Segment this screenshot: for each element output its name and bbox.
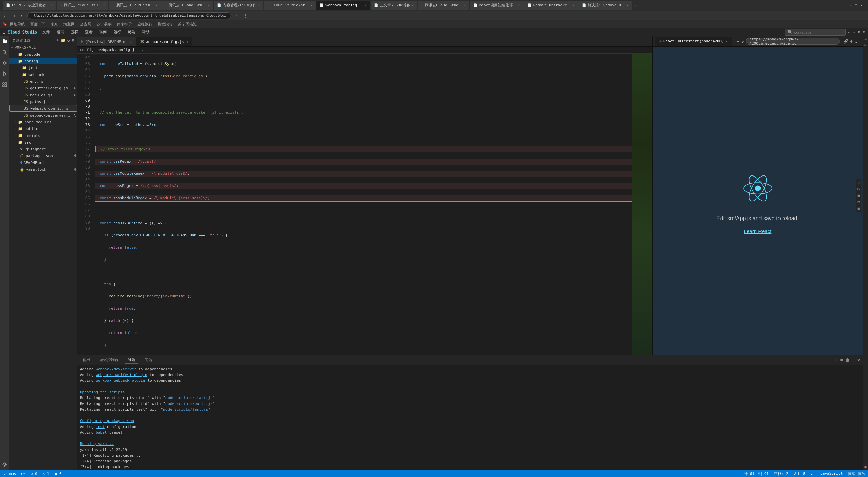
tab-close-2[interactable]: ✕ (103, 3, 105, 7)
browser-tab-2[interactable]: ☁ 腾讯云 cloud studio介绍 ✕ (57, 1, 108, 10)
tree-item-jest[interactable]: › 📁 jest (9, 64, 77, 71)
bookmark-button[interactable]: ☆ (234, 12, 239, 19)
tree-item-gethttps[interactable]: JS getHttpsConfig.js A (9, 85, 77, 91)
settings-button[interactable]: ⋮ (242, 12, 250, 19)
workspace-label[interactable]: ▾ WORKSPACE (9, 45, 77, 50)
explorer-icon[interactable] (1, 37, 9, 45)
maximize-button[interactable]: □ (855, 3, 857, 8)
search-activity-icon[interactable] (1, 48, 9, 56)
bookmark-9[interactable]: 携程旅行 (158, 22, 173, 27)
status-branch[interactable]: ⎇ master* (3, 472, 25, 476)
tab-close-8[interactable]: ✕ (412, 3, 414, 7)
tab-close-9[interactable]: ✕ (464, 3, 466, 7)
breadcrumb-file[interactable]: webpack.config.js (98, 48, 137, 52)
tab-close-12[interactable]: ✕ (627, 3, 629, 7)
tab-readme-preview[interactable]: M [Preview] README.md ✕ (77, 37, 136, 46)
tree-item-yarn[interactable]: 🔒 yarn.lock M (9, 166, 77, 173)
tab-webpack-close[interactable]: ✕ (186, 40, 188, 44)
right-icon-1[interactable]: ◀ (864, 37, 866, 41)
menu-view[interactable]: 查看 (84, 29, 94, 35)
terminal-kill-icon[interactable]: 🗑 (846, 358, 850, 362)
browser-tab-8[interactable]: 📄 云文章-CSDN博客 ✕ (371, 1, 417, 10)
menu-goto[interactable]: 转到 (98, 29, 108, 35)
browser-tab-7[interactable]: 📄 webpack.config.js - wo... ✕ (316, 1, 370, 10)
tab-readme-close[interactable]: ✕ (130, 40, 132, 44)
terminal-content[interactable]: Adding webpack-dev-server to dependencie… (77, 365, 863, 470)
bookmark-7[interactable]: 南京特价 (117, 22, 132, 27)
extensions-icon[interactable] (1, 81, 9, 89)
terminal-split-icon[interactable]: ⊞ (840, 358, 843, 362)
forward-button[interactable]: → (11, 12, 16, 19)
tab-close-5[interactable]: ✕ (258, 3, 260, 7)
preview-settings-icon[interactable]: ⚙ (850, 39, 853, 44)
tree-item-readme[interactable]: M README.md (9, 159, 77, 166)
bookmark-10[interactable]: 苏宁天猫汇 (178, 22, 197, 27)
new-file-icon[interactable]: + (56, 38, 59, 43)
preview-url-bar[interactable]: https://mnbqks-cpqdwz-4200.preview.myide… (746, 38, 840, 45)
tab-webpack-config[interactable]: JS webpack.config.js ✕ (136, 37, 192, 46)
learn-react-link[interactable]: Learn React (744, 228, 772, 234)
preview-back-btn[interactable]: ← (737, 39, 739, 44)
git-icon[interactable] (1, 59, 9, 67)
terminal-close-icon[interactable]: ✕ (857, 358, 860, 362)
preview-right-icon-2[interactable]: ▷ (857, 187, 860, 191)
menu-terminal[interactable]: 终端 (126, 29, 137, 35)
preview-right-icon-1[interactable]: ◁ (857, 181, 860, 185)
terminal-tab-terminal[interactable]: 终端 (125, 357, 138, 364)
preview-tab-close[interactable]: ✕ (726, 39, 728, 43)
back-button[interactable]: ← (3, 12, 8, 19)
right-icon-2[interactable]: ▶ (864, 43, 866, 47)
new-tab-button[interactable]: + (633, 2, 638, 9)
preview-refresh-btn[interactable]: ↻ (741, 39, 744, 44)
menu-file[interactable]: 文件 (41, 29, 51, 35)
collapse-all-icon[interactable]: ⊟ (72, 38, 74, 43)
terminal-more-icon[interactable]: … (852, 358, 855, 362)
url-bar[interactable]: https://club.cloudstudio.net/tty/mnbqks7… (27, 12, 231, 19)
reload-button[interactable]: ↻ (19, 12, 25, 19)
preview-right-icon-4[interactable]: ⊡ (857, 200, 860, 204)
browser-tab-12[interactable]: 📄 解决报: Remove untr... ✕ (578, 1, 632, 10)
settings-activity-icon[interactable] (1, 461, 9, 469)
menu-edit[interactable]: 编辑 (55, 29, 65, 35)
close-button[interactable]: ✕ (860, 3, 863, 8)
bookmark-2[interactable]: 百度一下 (30, 22, 45, 27)
bookmark-5[interactable]: 当当网 (80, 22, 91, 27)
bookmark-8[interactable]: 旅程旅行 (137, 22, 152, 27)
browser-tab-11[interactable]: 📄 Remove untracked file... ✕ (524, 1, 578, 10)
code-content[interactable]: const useTailwind = fs.existsSync( path.… (93, 54, 632, 355)
refresh-icon[interactable]: ↻ (67, 38, 70, 43)
status-info[interactable]: ● 0 (55, 472, 62, 476)
tree-item-public[interactable]: › 📁 public (9, 125, 77, 132)
tree-item-paths[interactable]: JS paths.js (9, 98, 77, 105)
browser-tab-4[interactable]: ☁ 腾讯云 Cloud Studio - ✕ (161, 1, 213, 10)
terminal-add-icon[interactable]: + (835, 358, 837, 362)
bookmark-3[interactable]: 京东 (51, 22, 58, 27)
tree-item-modules[interactable]: JS modules.js A (9, 91, 77, 98)
browser-tab-10[interactable]: 📄 react项目初始化环境：... ✕ (470, 1, 524, 10)
breadcrumb-config[interactable]: config (80, 48, 94, 52)
maximize-icon[interactable]: ⊡ (863, 30, 865, 34)
menu-run[interactable]: 运行 (112, 29, 122, 35)
preview-right-icon-5[interactable]: ⊟ (857, 206, 860, 211)
nav-right-icon[interactable]: → (853, 30, 855, 34)
preview-tab[interactable]: ⚛ React Quickstart(node:4200) ✕ (655, 37, 732, 46)
tab-close-4[interactable]: ✕ (208, 3, 210, 7)
terminal-tab-output[interactable]: 输出 (80, 357, 93, 363)
tree-item-node-modules[interactable]: › 📁 node_modules (9, 119, 77, 125)
tree-item-src[interactable]: › 📁 src (9, 139, 77, 146)
tab-close-1[interactable]: ✕ (51, 3, 53, 7)
status-language[interactable]: JavaScript (820, 471, 843, 476)
editor-split-icon[interactable]: ⊞ (643, 42, 645, 46)
tree-item-package[interactable]: {} package.json M (9, 152, 77, 159)
tab-close-11[interactable]: ✕ (572, 3, 574, 7)
tree-item-webpack-config[interactable]: JS webpack.config.js (9, 105, 77, 112)
browser-tab-9[interactable]: ☁ 腾讯云Cloud Studio:... ✕ (418, 1, 469, 10)
tree-item-webpack[interactable]: › 📁 webpack (9, 71, 77, 78)
menu-selection[interactable]: 选择 (70, 29, 80, 35)
right-icon-3[interactable]: ■ (864, 465, 866, 469)
terminal-tab-problems[interactable]: 问题 (142, 357, 155, 363)
editor-more-icon[interactable]: … (647, 42, 650, 46)
bookmark-1[interactable]: 🔖 网址导航 (3, 22, 25, 27)
status-errors[interactable]: ⊘ 0 (31, 472, 37, 476)
tree-item-env[interactable]: JS env.js (9, 78, 77, 85)
